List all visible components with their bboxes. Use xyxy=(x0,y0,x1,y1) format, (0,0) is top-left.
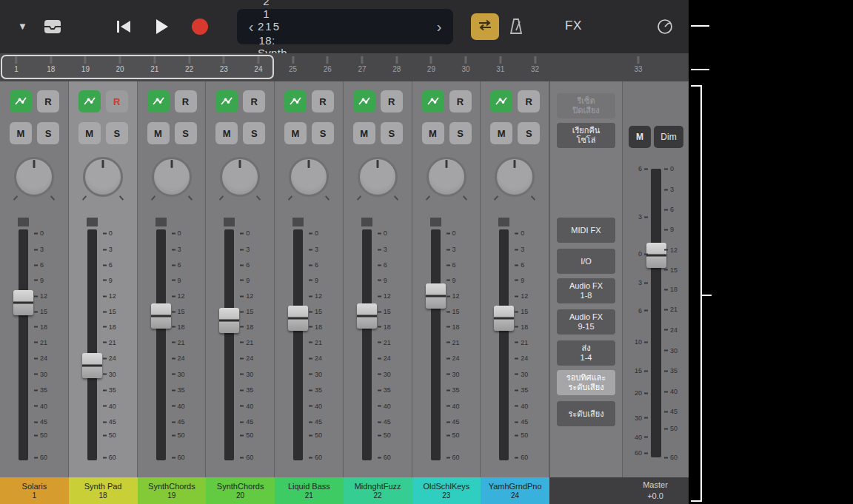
automation-button[interactable] xyxy=(10,90,32,112)
pan-knob[interactable] xyxy=(83,157,123,197)
pan-and-level-button[interactable]: รอบทิศและระดับเสียง xyxy=(557,370,615,395)
view-menu-icon[interactable]: ▼ xyxy=(18,21,27,32)
ruler-mark-21[interactable]: 21 xyxy=(150,56,158,73)
pan-knob-dial[interactable] xyxy=(426,157,466,197)
pan-knob[interactable] xyxy=(495,157,535,197)
ruler-mark-29[interactable]: 29 xyxy=(427,56,435,73)
solo-button[interactable]: S xyxy=(381,122,403,144)
fader-handle[interactable] xyxy=(426,283,446,309)
ruler-mark-33[interactable]: 33 xyxy=(634,56,642,73)
ruler-mark-20[interactable]: 20 xyxy=(116,56,124,73)
solo-button[interactable]: S xyxy=(449,122,472,144)
ruler-mark-18[interactable]: 18 xyxy=(47,56,55,73)
solo-button[interactable]: S xyxy=(243,122,265,144)
fader-handle[interactable] xyxy=(288,306,308,331)
fader-track[interactable] xyxy=(156,229,166,460)
automation-button[interactable] xyxy=(353,90,375,112)
mute-button[interactable]: M xyxy=(147,122,170,144)
record-enable-button[interactable]: R xyxy=(175,90,197,112)
pan-knob[interactable] xyxy=(426,157,466,197)
record-enable-button[interactable]: R xyxy=(381,90,403,112)
ruler-mark-32[interactable]: 32 xyxy=(531,56,539,73)
record-enable-button[interactable]: R xyxy=(449,90,472,112)
record-enable-button[interactable]: R xyxy=(518,90,540,112)
fader-track[interactable] xyxy=(499,229,509,460)
automation-button[interactable] xyxy=(147,90,170,112)
mute-button[interactable]: M xyxy=(490,122,512,144)
lcd-display[interactable]: ‹ 2 2 1 215 18: Synth Pad › xyxy=(237,9,453,44)
fader-track[interactable] xyxy=(224,229,234,460)
channel-name-cell-21[interactable]: Liquid Bass21 xyxy=(275,477,344,504)
ruler-mark-26[interactable]: 26 xyxy=(324,56,332,73)
solo-button[interactable]: S xyxy=(106,122,128,144)
ruler-mark-30[interactable]: 30 xyxy=(462,56,470,73)
mute-button[interactable]: M xyxy=(78,122,101,144)
ruler-mark-19[interactable]: 19 xyxy=(81,56,90,73)
midi-fx-button[interactable]: MIDI FX xyxy=(557,218,615,243)
channel-name-cell-24[interactable]: YamhGrndPno24 xyxy=(481,477,549,504)
mixer-view-icon[interactable] xyxy=(42,19,63,35)
ruler-mark-24[interactable]: 24 xyxy=(254,56,262,73)
channel-name-cell-20[interactable]: SynthChords20 xyxy=(206,477,275,504)
automation-button[interactable] xyxy=(490,90,512,112)
fader-handle[interactable] xyxy=(151,303,171,329)
record-enable-button[interactable]: R xyxy=(37,90,59,112)
fader-track[interactable] xyxy=(87,229,97,460)
channel-name-cell-22[interactable]: MidnghtFuzz22 xyxy=(344,477,412,504)
tempo-icon[interactable] xyxy=(656,18,674,36)
next-track-chevron[interactable]: › xyxy=(432,19,446,34)
solo-button[interactable]: S xyxy=(175,122,197,144)
pan-knob[interactable] xyxy=(14,157,54,197)
pan-knob[interactable] xyxy=(152,157,192,197)
go-to-beginning-button[interactable] xyxy=(115,19,133,37)
ruler-mark-27[interactable]: 27 xyxy=(358,56,366,73)
fx-label[interactable]: FX xyxy=(565,19,582,33)
pan-knob[interactable] xyxy=(289,157,329,197)
fader-handle[interactable] xyxy=(494,306,514,331)
mute-button[interactable]: M xyxy=(10,122,32,144)
ruler-mark-28[interactable]: 28 xyxy=(392,56,401,73)
master-mute-button[interactable]: M xyxy=(629,126,651,148)
record-enable-button[interactable]: R xyxy=(243,90,265,112)
overview-selection-frame[interactable] xyxy=(1,55,274,79)
pan-knob-dial[interactable] xyxy=(289,157,329,197)
channel-overview-ruler[interactable]: 118192021222324252627282930313233 xyxy=(0,53,689,81)
pan-knob-dial[interactable] xyxy=(358,157,398,197)
prev-track-chevron[interactable]: ‹ xyxy=(244,19,258,34)
ruler-mark-23[interactable]: 23 xyxy=(220,56,228,73)
fader-handle[interactable] xyxy=(82,353,102,378)
play-button[interactable] xyxy=(153,18,170,38)
channel-name-cell-19[interactable]: SynthChords19 xyxy=(138,477,207,504)
solo-button[interactable]: S xyxy=(37,122,59,144)
automation-button[interactable] xyxy=(215,90,238,112)
pan-knob[interactable] xyxy=(220,157,260,197)
fader-handle[interactable] xyxy=(357,303,377,329)
mute-button[interactable]: M xyxy=(353,122,375,144)
pan-knob-dial[interactable] xyxy=(220,157,260,197)
pan-knob-dial[interactable] xyxy=(14,157,54,197)
master-dim-button[interactable]: Dim xyxy=(654,126,683,148)
audio-fx-1-8-button[interactable]: Audio FX1-8 xyxy=(557,278,615,303)
pan-knob[interactable] xyxy=(358,157,398,197)
pan-knob-dial[interactable] xyxy=(152,157,192,197)
metronome-icon[interactable] xyxy=(508,18,524,36)
pan-knob-dial[interactable] xyxy=(83,157,123,197)
solo-button[interactable]: S xyxy=(518,122,540,144)
fader-track[interactable] xyxy=(19,229,28,460)
reset-mute-button[interactable]: รีเซ็ตปิดเสียง xyxy=(557,93,615,118)
record-enable-button[interactable]: R xyxy=(106,90,128,112)
channel-name-cell-18[interactable]: Synth Pad18 xyxy=(69,477,138,504)
sends-1-4-button[interactable]: ส่ง1-4 xyxy=(557,340,615,366)
record-enable-button[interactable]: R xyxy=(312,90,334,112)
io-button[interactable]: I/O xyxy=(557,249,615,274)
record-button[interactable] xyxy=(192,19,208,35)
solo-button[interactable]: S xyxy=(312,122,334,144)
ruler-mark-1[interactable]: 1 xyxy=(14,56,19,73)
cycle-button[interactable] xyxy=(471,13,499,40)
level-button[interactable]: ระดับเสียง xyxy=(557,401,615,426)
mute-button[interactable]: M xyxy=(422,122,444,144)
fader-track[interactable] xyxy=(362,229,372,460)
fader-track[interactable] xyxy=(431,229,441,460)
restore-solo-button[interactable]: เรียกคืนโซโล่ xyxy=(557,123,615,148)
audio-fx-9-15-button[interactable]: Audio FX9-15 xyxy=(557,309,615,335)
